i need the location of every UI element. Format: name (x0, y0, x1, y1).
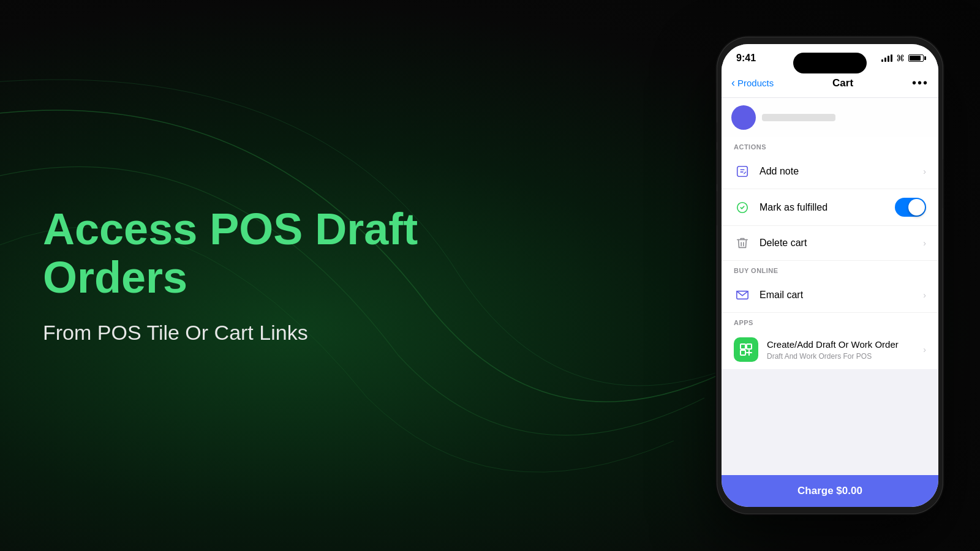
fulfilled-toggle[interactable] (895, 198, 926, 217)
nav-back-button[interactable]: ‹ Products (731, 77, 774, 89)
phone-side-vol-up (717, 150, 717, 184)
apps-section-label: APPS (722, 313, 938, 330)
actions-menu: ACTIONS Add note › (722, 137, 938, 369)
screen-content: ACTIONS Add note › (722, 98, 938, 475)
app-title: Create/Add Draft Or Work Order (767, 339, 914, 351)
add-note-chevron: › (923, 167, 926, 176)
main-title: Access POS Draft Orders (43, 205, 557, 302)
add-note-item[interactable]: Add note › (722, 154, 938, 189)
phone-screen: 9:41 ⌘ ‹ Products Cart ••• (722, 44, 938, 507)
nav-back-label: Products (737, 78, 774, 88)
svg-rect-0 (737, 167, 748, 177)
svg-line-3 (744, 172, 746, 174)
left-content: Access POS Draft Orders From POS Tile Or… (43, 205, 557, 347)
trash-icon (734, 234, 751, 252)
gray-area (722, 369, 938, 418)
note-icon (734, 163, 751, 180)
mark-fulfilled-label: Mark as fulfilled (760, 202, 886, 213)
phone-side-mute (717, 122, 717, 142)
phone-wrapper: 9:41 ⌘ ‹ Products Cart ••• (717, 37, 943, 514)
svg-rect-8 (741, 350, 745, 355)
fulfilled-icon (734, 199, 751, 216)
battery-icon (908, 54, 924, 62)
delete-cart-chevron: › (923, 238, 926, 248)
partial-background-item (722, 98, 938, 137)
sub-title: From POS Tile Or Cart Links (43, 319, 557, 346)
svg-rect-6 (741, 344, 745, 349)
mark-fulfilled-item[interactable]: Mark as fulfilled (722, 189, 938, 226)
toggle-knob (908, 199, 925, 216)
partial-avatar (731, 105, 756, 130)
email-cart-label: Email cart (760, 290, 914, 301)
status-icons: ⌘ (881, 53, 924, 63)
wifi-icon: ⌘ (896, 53, 905, 63)
dynamic-island (793, 53, 867, 73)
email-cart-item[interactable]: Email cart › (722, 278, 938, 313)
charge-button[interactable]: Charge $0.00 (797, 485, 862, 497)
buy-online-section-label: BUY ONLINE (722, 261, 938, 278)
delete-cart-item[interactable]: Delete cart › (722, 226, 938, 261)
nav-title: Cart (832, 77, 853, 89)
phone-side-vol-down (717, 191, 717, 225)
app-chevron: › (923, 345, 926, 354)
partial-text (762, 114, 835, 121)
chevron-left-icon: ‹ (731, 77, 735, 89)
phone: 9:41 ⌘ ‹ Products Cart ••• (717, 37, 943, 514)
app-icon (734, 337, 758, 362)
svg-rect-7 (747, 344, 752, 349)
app-item-text: Create/Add Draft Or Work Order Draft And… (767, 339, 914, 361)
signal-icon (881, 54, 892, 62)
email-cart-chevron: › (923, 290, 926, 300)
add-note-label: Add note (760, 166, 914, 177)
charge-bar[interactable]: Charge $0.00 (722, 475, 938, 507)
app-subtitle: Draft And Work Orders For POS (767, 352, 914, 361)
actions-section-label: ACTIONS (722, 137, 938, 154)
email-icon (734, 287, 751, 304)
delete-cart-label: Delete cart (760, 238, 914, 249)
phone-side-power (943, 159, 943, 208)
draft-order-app-item[interactable]: Create/Add Draft Or Work Order Draft And… (722, 330, 938, 369)
status-time: 9:41 (736, 53, 756, 64)
more-button[interactable]: ••• (912, 76, 929, 90)
